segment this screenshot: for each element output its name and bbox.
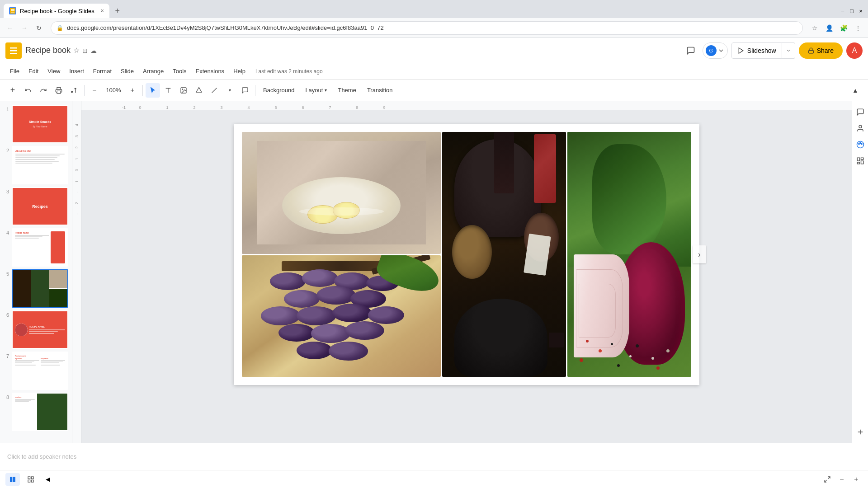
slide-thumb-2[interactable]: 2 About the chef [4, 146, 68, 184]
sidebar-layout-icon[interactable] [853, 154, 868, 168]
sidebar-comment-icon[interactable] [853, 105, 868, 119]
layout-button[interactable]: Layout ▾ [300, 84, 332, 96]
svg-line-13 [212, 88, 217, 93]
collab-avatar-1: G [706, 45, 717, 56]
collapse-panel-button[interactable]: ◀ [42, 473, 54, 486]
zoom-in-bottom-button[interactable]: + [850, 473, 863, 486]
zoom-out-bottom-button[interactable]: − [835, 473, 848, 486]
menu-extensions[interactable]: Extensions [191, 66, 229, 76]
slide-canvas[interactable]: › [234, 124, 699, 385]
image-tool[interactable] [176, 83, 191, 98]
slide-thumb-5[interactable]: 5 [4, 269, 68, 308]
zoom-out-button[interactable]: − [87, 83, 102, 98]
next-slide-arrow[interactable]: › [693, 245, 706, 263]
menu-help[interactable]: Help [229, 66, 250, 76]
slide-thumb-7[interactable]: 7 Recipe name Ingredients [4, 352, 68, 390]
transition-button[interactable]: Transition [362, 84, 398, 96]
add-slide-button[interactable]: + [5, 83, 20, 98]
user-avatar[interactable]: A [846, 42, 863, 59]
slide-thumb-8[interactable]: 8 contact [4, 393, 68, 431]
text-tool[interactable] [161, 83, 175, 98]
redo-button[interactable] [36, 83, 51, 98]
svg-rect-2 [11, 10, 14, 11]
sidebar-palette-icon[interactable] [853, 137, 868, 152]
slide-thumb-1[interactable]: 1 Simple Snacks By Your Name [4, 105, 68, 143]
extensions-icon[interactable]: 🧩 [837, 22, 850, 34]
slide-num-2: 2 [4, 146, 9, 153]
browser-menu-icon[interactable]: ⋮ [852, 22, 864, 34]
lock-icon [808, 47, 814, 54]
slide-preview-8[interactable]: contact [12, 393, 68, 431]
zoom-fit-button[interactable] [821, 473, 834, 486]
close-window-button[interactable]: × [857, 7, 864, 14]
theme-button[interactable]: Theme [333, 84, 361, 96]
shape-tool[interactable] [192, 83, 206, 98]
print-button[interactable] [52, 83, 66, 98]
move-icon[interactable]: ⊡ [82, 47, 88, 54]
bookmark-icon[interactable]: ☆ [808, 22, 821, 34]
slide-preview-3[interactable]: Recipes [12, 187, 68, 225]
sidebar-plus-icon[interactable] [853, 425, 868, 439]
slide-thumb-3[interactable]: 3 Recipes [4, 187, 68, 225]
zoom-level[interactable]: 100% [103, 83, 124, 98]
slide-preview-5[interactable] [12, 269, 68, 308]
chevron-down-icon [717, 47, 725, 54]
collapse-toolbar-button[interactable]: ▲ [848, 83, 863, 98]
slide-thumb-6[interactable]: 6 RECIPE NAME [4, 310, 68, 349]
slide-preview-7[interactable]: Recipe name Ingredients Preparation [12, 352, 68, 390]
star-icon[interactable]: ☆ [73, 46, 80, 55]
reload-button[interactable]: ↻ [33, 22, 45, 34]
slideshow-button[interactable]: Slideshow [731, 42, 782, 59]
new-tab-button[interactable]: + [111, 5, 124, 17]
slide-preview-6[interactable]: RECIPE NAME [12, 310, 68, 349]
menu-edit[interactable]: Edit [24, 66, 43, 76]
slideshow-chevron-icon [786, 48, 791, 53]
select-tool[interactable] [146, 83, 160, 98]
undo-button[interactable] [21, 83, 35, 98]
canvas-scroll-area[interactable]: › [81, 110, 852, 443]
menu-view[interactable]: View [43, 66, 65, 76]
sidebar-person-icon[interactable] [853, 121, 868, 136]
menu-format[interactable]: Format [89, 66, 116, 76]
menu-tools[interactable]: Tools [168, 66, 191, 76]
minimize-button[interactable]: − [839, 7, 846, 14]
menu-slide[interactable]: Slide [116, 66, 138, 76]
svg-rect-9 [808, 50, 813, 53]
slide-thumb-4[interactable]: 4 Recipe name [4, 228, 68, 267]
photo-cell-grapes[interactable] [242, 255, 441, 377]
line-dropdown[interactable]: ▾ [222, 83, 237, 98]
paint-format-button[interactable] [67, 83, 81, 98]
slide-view-button[interactable] [5, 473, 20, 486]
menu-insert[interactable]: Insert [65, 66, 89, 76]
line-tool[interactable] [207, 83, 222, 98]
photo-cell-spices[interactable] [442, 132, 566, 377]
speaker-notes-area[interactable]: Click to add speaker notes [0, 443, 868, 470]
forward-button[interactable]: → [18, 22, 31, 34]
tab-title: Recipe book - Google Slides [20, 8, 94, 14]
photo-cell-onion[interactable] [567, 132, 691, 377]
menu-arrange[interactable]: Arrange [138, 66, 168, 76]
photo-cell-soup[interactable] [242, 132, 441, 254]
grid-view-button[interactable] [24, 473, 38, 486]
tab-close-icon[interactable]: × [101, 8, 104, 14]
background-button[interactable]: Background [258, 84, 299, 96]
maximize-button[interactable]: □ [848, 7, 855, 14]
svg-rect-22 [857, 162, 859, 164]
slide-preview-4[interactable]: Recipe name [12, 228, 68, 267]
doc-title[interactable]: Recipe book [25, 46, 71, 55]
address-bar[interactable]: 🔒 docs.google.com/presentation/d/1XEcBe1… [51, 21, 803, 35]
slideshow-dropdown-button[interactable] [782, 42, 795, 59]
slide-num-5: 5 [4, 269, 9, 277]
play-icon [737, 47, 745, 54]
zoom-in-button[interactable]: + [125, 83, 140, 98]
slide-preview-2[interactable]: About the chef [12, 146, 68, 184]
back-button[interactable]: ← [4, 22, 16, 34]
slide-preview-1[interactable]: Simple Snacks By Your Name [12, 105, 68, 143]
svg-rect-27 [28, 477, 30, 479]
comments-button[interactable] [683, 42, 699, 59]
profile-icon[interactable]: 👤 [823, 22, 835, 34]
menu-file[interactable]: File [5, 66, 24, 76]
comment-toolbar-button[interactable] [238, 83, 252, 98]
browser-tab[interactable]: Recipe book - Google Slides × [4, 4, 109, 18]
share-button[interactable]: Share [799, 42, 843, 59]
